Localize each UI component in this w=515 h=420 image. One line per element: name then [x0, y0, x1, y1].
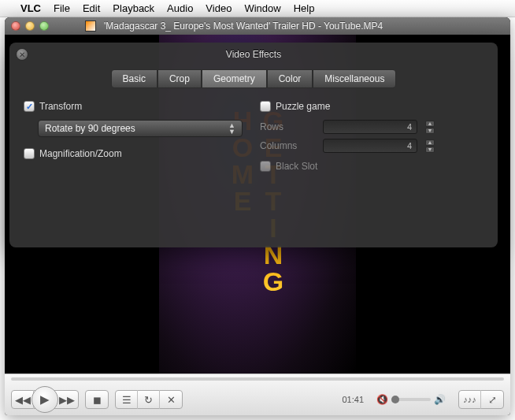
window-title: 'Madagascar 3_ Europe's Most Wanted' Tra… — [104, 20, 504, 32]
mute-icon[interactable]: 🔇 — [376, 394, 388, 405]
window-traffic-lights — [11, 21, 49, 31]
tab-geometry[interactable]: Geometry — [202, 69, 267, 88]
stop-button[interactable]: ◼ — [86, 390, 108, 409]
transform-select-value: Rotate by 90 degrees — [45, 123, 135, 134]
volume-icon[interactable]: 🔊 — [434, 394, 446, 405]
columns-field[interactable]: 4 — [323, 139, 417, 153]
geometry-left-column: ✓ Transform Rotate by 90 degrees ▲▼ ✓ Ma… — [24, 101, 247, 180]
transform-select[interactable]: Rotate by 90 degrees ▲▼ — [38, 120, 243, 137]
mac-menubar: VLC File Edit Playback Audio Video Windo… — [0, 0, 515, 17]
menubar-file[interactable]: File — [54, 2, 70, 14]
progress-bar[interactable] — [5, 374, 510, 384]
puzzle-option: ✓ Puzzle game — [260, 101, 484, 112]
window-titlebar: 'Madagascar 3_ Europe's Most Wanted' Tra… — [5, 17, 510, 35]
menubar-edit[interactable]: Edit — [83, 2, 100, 14]
menubar-window[interactable]: Window — [244, 2, 280, 14]
tab-color[interactable]: Color — [267, 69, 313, 88]
file-type-icon — [85, 20, 96, 32]
transform-label: Transform — [39, 101, 82, 112]
playback-group: ◀◀ ▶ ▶▶ — [11, 390, 79, 409]
columns-label: Columns — [260, 140, 315, 151]
menubar-help[interactable]: Help — [294, 2, 315, 14]
rows-field[interactable]: 4 — [323, 120, 417, 134]
video-effects-panel: ✕ Video Effects Basic Crop Geometry Colo… — [9, 43, 498, 247]
volume-control: 🔇 🔊 — [376, 394, 446, 405]
tab-miscellaneous[interactable]: Miscellaneous — [313, 69, 396, 88]
rows-label: Rows — [260, 121, 315, 132]
tab-basic[interactable]: Basic — [111, 69, 157, 88]
magnification-checkbox[interactable]: ✓ — [24, 148, 35, 159]
puzzle-checkbox[interactable]: ✓ — [260, 101, 271, 112]
playlist-button[interactable]: ☰ — [116, 390, 138, 409]
columns-stepper[interactable]: ▲▼ — [425, 139, 435, 153]
blackslot-option: ✓ Black Slot — [260, 161, 484, 172]
prev-button[interactable]: ◀◀ — [12, 390, 34, 409]
window-zoom-button[interactable] — [39, 21, 49, 31]
shuffle-button[interactable]: ✕ — [160, 390, 182, 409]
transform-checkbox[interactable]: ✓ — [24, 101, 35, 112]
volume-slider[interactable] — [391, 398, 431, 401]
effects-tabs: Basic Crop Geometry Color Miscellaneous — [9, 69, 498, 88]
equalizer-button[interactable]: ♪♪♪ — [459, 390, 481, 409]
window-minimize-button[interactable] — [25, 21, 35, 31]
geometry-right-column: ✓ Puzzle game Rows 4 ▲▼ Columns 4 ▲▼ ✓ B… — [260, 101, 484, 180]
fullscreen-button[interactable]: ⤢ — [481, 390, 503, 409]
transform-option: ✓ Transform — [24, 101, 247, 112]
repeat-button[interactable]: ↻ — [138, 390, 160, 409]
puzzle-label: Puzzle game — [276, 101, 330, 112]
player-controls: ◀◀ ▶ ▶▶ ◼ ☰ ↻ ✕ 01:41 🔇 🔊 ♪♪♪ ⤢ — [5, 374, 510, 415]
panel-title: Video Effects — [16, 49, 491, 60]
time-elapsed[interactable]: 01:41 — [342, 395, 364, 404]
select-arrows-icon: ▲▼ — [228, 122, 235, 135]
blackslot-checkbox[interactable]: ✓ — [260, 161, 271, 172]
window-close-button[interactable] — [11, 21, 20, 31]
tab-crop[interactable]: Crop — [157, 69, 202, 88]
play-button[interactable]: ▶ — [31, 386, 58, 413]
blackslot-label: Black Slot — [276, 161, 317, 172]
menubar-audio[interactable]: Audio — [167, 2, 193, 14]
menubar-playback[interactable]: Playback — [113, 2, 154, 14]
menubar-video[interactable]: Video — [206, 2, 232, 14]
next-button[interactable]: ▶▶ — [56, 390, 78, 409]
menubar-app[interactable]: VLC — [20, 2, 41, 14]
magnification-label: Magnification/Zoom — [39, 148, 122, 159]
magnification-option: ✓ Magnification/Zoom — [24, 148, 247, 159]
rows-stepper[interactable]: ▲▼ — [425, 121, 435, 134]
